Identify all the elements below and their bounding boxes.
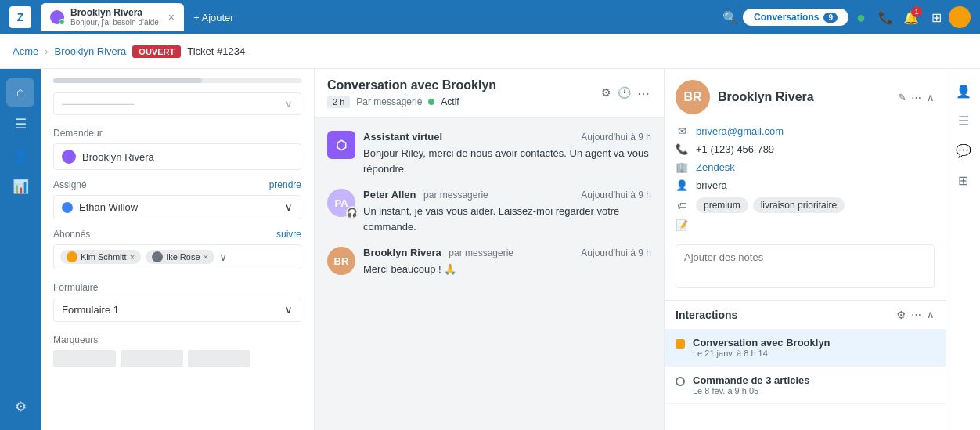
assignee-dropdown[interactable]: Ethan Willow ∨	[53, 195, 301, 219]
nav-chart[interactable]: 📊	[6, 172, 34, 201]
fr-user-icon[interactable]: 👤	[951, 78, 976, 103]
remove-follower-2-button[interactable]: ×	[204, 252, 208, 262]
form-dropdown[interactable]: Formulaire 1 ∨	[53, 298, 301, 322]
nav-settings[interactable]: ⚙	[6, 392, 34, 421]
follower-1: Kim Schmitt ×	[60, 250, 141, 264]
message-2-sender: Peter Allen	[363, 189, 416, 201]
form-label: Formulaire	[53, 282, 301, 293]
take-button[interactable]: prendre	[269, 179, 301, 190]
email-row: ✉ brivera@gmail.com	[676, 122, 935, 140]
left-nav: ⌂ ☰ 👤 📊 ⚙	[0, 69, 41, 430]
nav-list[interactable]: ☰	[6, 110, 34, 138]
ticket-id: Ticket #1234	[187, 45, 245, 57]
filter-icon[interactable]: ⚙	[896, 309, 906, 321]
message-2-text: Un instant, je vais vous aider. Laissez-…	[363, 204, 651, 234]
message-3-text: Merci beaucoup ! 🙏	[363, 262, 651, 277]
profile-name: Brooklyn Rivera	[718, 90, 890, 104]
follower-1-avatar	[67, 251, 77, 262]
tab-subtitle: Bonjour, j'ai besoin d'aide	[70, 18, 159, 27]
more-icon[interactable]: ⋯	[911, 92, 922, 103]
assignee-section: Assigné prendre	[53, 179, 301, 190]
conversation-title: Conversation avec Brooklyn	[327, 78, 496, 92]
interaction-1[interactable]: Conversation avec Brooklyn Le 21 janv. à…	[665, 329, 946, 367]
follow-button[interactable]: suivre	[276, 229, 301, 240]
breadcrumb: Acme › Brooklyn Rivera OUVERT Ticket #12…	[0, 34, 980, 69]
message-3-time: Aujourd'hui à 9 h	[581, 248, 651, 258]
note-icon: 📝	[676, 219, 688, 231]
channel-label: Par messagerie	[356, 96, 422, 107]
conversation-panel: Conversation avec Brooklyn 2 h Par messa…	[315, 69, 664, 430]
chevron-down-icon: ∨	[285, 304, 293, 316]
message-1-time: Aujourd'hui à 9 h	[581, 132, 651, 143]
interaction-1-date: Le 21 janv. à 8 h 14	[693, 349, 935, 358]
assignee-label: Assigné	[53, 179, 87, 190]
message-3-sender: Brooklyn Rivera	[363, 247, 441, 258]
requester-label: Demandeur	[53, 128, 301, 139]
profile-section: BR Brooklyn Rivera ✎ ⋯ ∧ ✉ brivera@gmail…	[665, 69, 946, 244]
nav-home[interactable]: ⌂	[6, 78, 34, 107]
profile-avatar: BR	[676, 80, 710, 114]
right-panel: BR Brooklyn Rivera ✎ ⋯ ∧ ✉ brivera@gmail…	[664, 69, 946, 430]
interactions-header: Interactions ⚙ ⋯ ∧	[665, 300, 946, 329]
app-logo: Z	[9, 6, 31, 28]
followers-container: Kim Schmitt × Ike Rose × ∨	[53, 244, 301, 269]
fr-apps-icon[interactable]: ⊞	[951, 168, 976, 193]
fr-list-icon[interactable]: ☰	[951, 108, 976, 133]
more-icon[interactable]: ⋯	[911, 309, 922, 321]
interaction-2[interactable]: Commande de 3 articles Le 8 fév. à 9 h 0…	[665, 367, 946, 404]
message-1-text: Bonjour Riley, merci de nous avoir conta…	[363, 146, 651, 176]
notes-textarea[interactable]	[676, 244, 935, 288]
bell-icon[interactable]: 🔔 1	[899, 5, 924, 30]
form-value: Formulaire 1	[62, 304, 119, 316]
edit-icon[interactable]: ✎	[898, 92, 906, 103]
interaction-1-body: Conversation avec Brooklyn Le 21 janv. à…	[693, 337, 935, 358]
chevron-down-icon: ∨	[285, 201, 293, 213]
nav-users[interactable]: 👤	[6, 141, 34, 169]
conversation-meta: 2 h Par messagerie Actif	[327, 96, 496, 108]
type-dropdown[interactable]: ────────── ∨	[53, 92, 301, 115]
interaction-1-title: Conversation avec Brooklyn	[693, 337, 935, 349]
conversations-badge: 9	[823, 13, 838, 23]
fr-chat-icon[interactable]: 💬	[951, 138, 976, 163]
status-icon[interactable]: ●	[848, 5, 874, 30]
followers-expand-icon[interactable]: ∨	[219, 251, 227, 263]
assignee-name: Ethan Willow	[79, 201, 138, 213]
notes-section	[665, 244, 946, 300]
active-tab[interactable]: Brooklyn Rivera Bonjour, j'ai besoin d'a…	[41, 3, 184, 31]
breadcrumb-user[interactable]: Brooklyn Rivera	[55, 45, 127, 57]
collapse-icon[interactable]: ∧	[927, 309, 935, 321]
message-1-sender: Assistant virtuel	[363, 131, 442, 143]
message-1: ⬡ Assistant virtuel Aujourd'hui à 9 h Bo…	[327, 131, 651, 176]
customer-avatar: BR	[327, 247, 355, 275]
breadcrumb-acme[interactable]: Acme	[13, 45, 38, 57]
message-2-time: Aujourd'hui à 9 h	[581, 190, 651, 201]
profile-info: ✉ brivera@gmail.com 📞 +1 (123) 456-789 🏢…	[676, 122, 935, 244]
interaction-list: Conversation avec Brooklyn Le 21 janv. à…	[665, 329, 946, 430]
far-right-panel: 👤 ☰ 💬 ⊞	[946, 69, 980, 430]
user-avatar[interactable]	[949, 6, 971, 28]
collapse-icon[interactable]: ∧	[927, 92, 935, 103]
bot-avatar: ⬡	[327, 131, 355, 159]
more-icon[interactable]: ⋯	[637, 86, 651, 101]
interaction-2-dot	[676, 377, 685, 386]
message-3: BR Brooklyn Rivera par messagerie Aujour…	[327, 247, 651, 277]
close-tab-button[interactable]: ×	[168, 11, 175, 23]
phone-icon[interactable]: 📞	[874, 5, 899, 30]
requester-field: Brooklyn Rivera	[53, 143, 301, 170]
email-value[interactable]: brivera@gmail.com	[696, 125, 784, 137]
remove-follower-1-button[interactable]: ×	[130, 252, 135, 262]
company-row: 🏢 Zendesk	[676, 158, 935, 176]
interactions-icons: ⚙ ⋯ ∧	[896, 309, 935, 321]
interaction-2-title: Commande de 3 articles	[693, 374, 935, 386]
user-icon: 👤	[676, 179, 688, 191]
grid-icon[interactable]: ⊞	[924, 5, 949, 30]
search-icon[interactable]: 🔍	[718, 5, 743, 30]
markers-label: Marqueurs	[53, 334, 301, 345]
add-tab-button[interactable]: + Ajouter	[184, 12, 243, 23]
topbar: Z Brooklyn Rivera Bonjour, j'ai besoin d…	[0, 0, 980, 34]
headset-icon: 🎧	[346, 206, 358, 219]
company-value[interactable]: Zendesk	[696, 161, 735, 173]
history-icon[interactable]: 🕐	[618, 86, 631, 101]
conversations-button[interactable]: Conversations 9	[743, 9, 848, 26]
filter-icon[interactable]: ⚙	[601, 86, 611, 101]
